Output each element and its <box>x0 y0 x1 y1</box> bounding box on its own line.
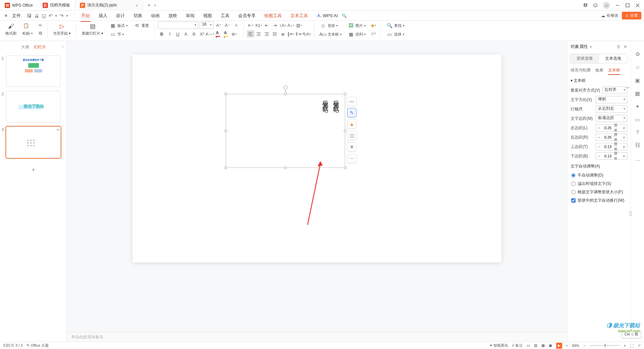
copy-window-icon[interactable] <box>583 3 588 8</box>
font-size-select[interactable]: 18 <box>200 21 214 29</box>
font-color-icon[interactable] <box>214 30 222 38</box>
increase-button[interactable]: + <box>621 153 627 159</box>
numbering-icon[interactable]: ≡1 <box>255 21 262 29</box>
tab-tools[interactable]: 工具 <box>217 11 233 20</box>
print-preview-icon[interactable]: ◲ <box>42 13 46 18</box>
zoom-out-button[interactable]: − <box>583 344 585 348</box>
autofit-none-radio[interactable] <box>571 173 576 178</box>
decrease-indent-icon[interactable]: ⇤ <box>263 21 270 29</box>
notes-toggle[interactable]: ≡ 备注 <box>512 343 523 348</box>
reset-button[interactable]: ⟲重置 <box>131 21 151 30</box>
redo-icon[interactable]: ↷ <box>60 13 64 18</box>
superscript-icon[interactable]: X² <box>198 30 206 38</box>
print-icon[interactable]: 🖨 <box>34 13 39 18</box>
shape-outline-icon[interactable]: ◇ <box>370 30 377 37</box>
direction-select[interactable]: 堆积 <box>596 96 627 103</box>
margin-select[interactable]: 标准边距 <box>596 115 627 122</box>
valign-select[interactable]: 右对齐 <box>602 87 627 94</box>
book-tool-icon[interactable]: ▭ <box>635 116 640 123</box>
tab-slideshow[interactable]: 放映 <box>164 11 181 20</box>
undo-dropdown[interactable]: ▾ <box>55 13 57 18</box>
slide-thumb-1[interactable]: 1 最全的免费软件下载 <box>6 55 61 87</box>
copy-icon[interactable]: ⧉ <box>37 30 44 37</box>
cube-icon[interactable] <box>593 3 598 8</box>
fullscreen-icon[interactable]: ⤢ <box>638 343 641 348</box>
selected-textbox[interactable]: 极光下载站极光下载站 <box>226 94 345 168</box>
chevron-down-icon[interactable]: ▾ <box>590 45 592 49</box>
theme-indicator[interactable]: ✎ Office 主题 <box>26 343 49 348</box>
line-height-icon[interactable]: ↕A <box>279 21 286 29</box>
font-name-select[interactable] <box>158 21 198 29</box>
tab-design[interactable]: 设计 <box>112 11 129 20</box>
wps-ai-button[interactable]: A.WPS AI <box>317 13 338 18</box>
subtab-fill[interactable]: 填充与轮廓 <box>571 67 591 73</box>
undo-icon[interactable]: ↶ <box>49 13 53 18</box>
tab-home[interactable]: 开始 <box>77 11 94 20</box>
format-painter-button[interactable]: 🖌格式刷 <box>3 21 18 40</box>
vertical-align-icon[interactable]: ⇕≡ <box>295 30 303 38</box>
decrease-button[interactable]: − <box>596 134 602 141</box>
rotate-text-icon[interactable]: ↻A <box>303 30 311 38</box>
help-tool-icon[interactable]: ? <box>636 130 639 136</box>
tab-insert[interactable]: 插入 <box>95 11 111 20</box>
fit-screen-icon[interactable]: ⛶ <box>630 344 634 348</box>
resize-dots-handle[interactable] <box>629 211 632 216</box>
notes-area[interactable]: 单击此处添加备注 <box>67 332 567 342</box>
minimize-button[interactable] <box>615 3 620 8</box>
zoom-in-button[interactable]: + <box>624 344 626 348</box>
search-icon[interactable]: 🔍 <box>342 13 347 18</box>
outline-tab[interactable]: 大纲 <box>21 44 29 50</box>
slide-thumb-2[interactable]: 2 极光下载站 <box>6 91 61 122</box>
decrease-font-icon[interactable]: A⁻ <box>224 21 231 29</box>
align-distribute-icon[interactable]: ≣ <box>279 30 286 38</box>
seg-shape-option[interactable]: 形状选项 <box>570 54 599 63</box>
user-avatar[interactable]: ☺ <box>603 2 610 9</box>
view-normal-icon[interactable]: ▥ <box>534 343 537 348</box>
slideshow-button[interactable]: ▶ <box>556 343 562 349</box>
wrap-checkbox[interactable] <box>571 198 576 203</box>
resize-handle[interactable] <box>224 130 227 132</box>
app-tab-document[interactable]: P 演示文稿(2).pptx ● × <box>75 0 143 11</box>
image-tool-icon[interactable]: ▦ <box>635 90 640 97</box>
tab-draw-tools[interactable]: 绘图工具 <box>260 11 286 20</box>
align-justify-icon[interactable] <box>271 30 278 38</box>
maximize-button[interactable] <box>625 3 630 8</box>
collapse-right-icon[interactable]: — <box>625 85 630 90</box>
line-spacing-icon[interactable]: ‖≡ <box>287 30 294 38</box>
bullets-icon[interactable]: ≡· <box>247 21 254 29</box>
tab-review[interactable]: 审阅 <box>182 11 199 20</box>
seg-text-option[interactable]: 文本选项 <box>599 54 628 63</box>
increase-button[interactable]: + <box>621 124 627 131</box>
redo-dropdown[interactable]: ▾ <box>66 13 68 18</box>
rotate-handle[interactable] <box>283 86 287 90</box>
shape-fill-icon[interactable]: ◆ <box>370 21 377 29</box>
slideshow-dropdown[interactable]: ▾ <box>566 344 568 347</box>
letter-spacing-icon[interactable]: A↔ <box>206 30 214 38</box>
cloud-status[interactable]: ☁有修改 <box>601 13 619 18</box>
italic-icon[interactable]: I <box>166 30 173 38</box>
increase-font-icon[interactable]: A⁺ <box>215 21 222 29</box>
magic-tool-icon[interactable]: ✦ <box>635 103 640 110</box>
float-tool-fill[interactable]: ▲ <box>347 119 357 129</box>
save-icon[interactable]: 🖫 <box>27 13 32 18</box>
bottom-margin-stepper[interactable]: −厘米+ <box>596 152 627 160</box>
zoom-level[interactable]: 99% <box>572 344 579 348</box>
tab-transition[interactable]: 切换 <box>129 11 146 20</box>
decrease-button[interactable]: − <box>596 124 602 131</box>
increase-indent-icon[interactable]: ⇥ <box>271 21 278 29</box>
resize-handle[interactable] <box>284 166 287 169</box>
more-tool-icon[interactable]: ⋯ <box>635 157 640 163</box>
subtab-effect[interactable]: 效果 <box>595 67 603 73</box>
comments-icon[interactable]: ▭ <box>527 343 530 348</box>
layout-button[interactable]: ▦版式▾ <box>107 21 129 30</box>
order-select[interactable]: 从右到左 <box>596 105 627 113</box>
underline-icon[interactable]: U <box>174 30 181 38</box>
chevron-down-icon[interactable]: ▾ <box>154 4 156 7</box>
float-tool-more[interactable]: ⋯ <box>347 154 357 163</box>
zoom-slider[interactable] <box>590 345 620 346</box>
align-left-icon[interactable] <box>247 30 254 38</box>
app-tab-wps[interactable]: W WPS Office <box>0 0 38 11</box>
slide-thumb-3[interactable]: 3 <box>6 127 61 158</box>
subtab-textbox[interactable]: 文本框 <box>608 67 620 73</box>
collapse-panel-icon[interactable]: ‹ <box>62 44 63 49</box>
